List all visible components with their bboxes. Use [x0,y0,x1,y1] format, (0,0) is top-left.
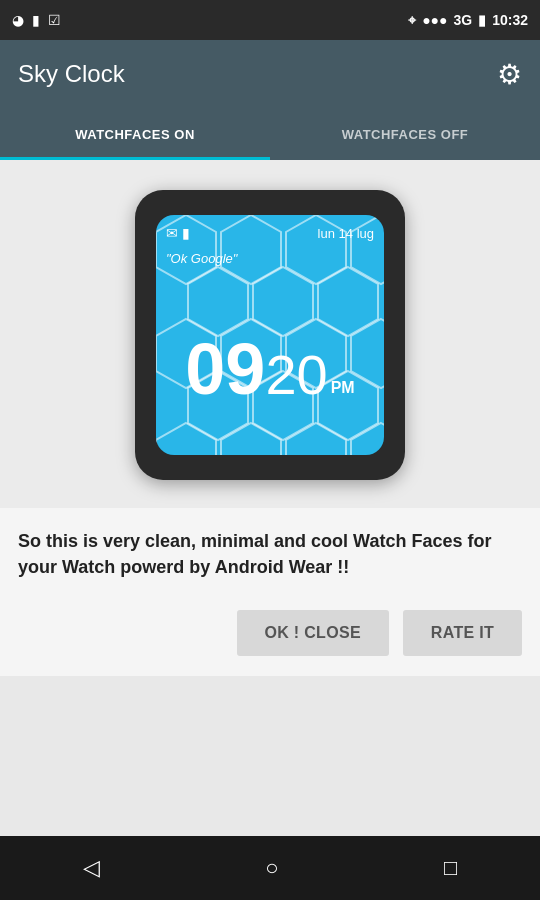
network-icon: 3G [454,12,473,28]
bluetooth-icon: ⌖ [408,12,416,29]
ok-google-text: "Ok Google" [166,251,237,266]
time-ampm: PM [331,379,355,397]
description-section: So this is very clean, minimal and cool … [0,508,540,598]
app-bar: Sky Clock ⚙ [0,40,540,108]
settings-icon[interactable]: ⚙ [497,58,522,91]
status-icons-right: ⌖ ●●● 3G ▮ 10:32 [408,12,528,29]
time-display: 10:32 [492,12,528,28]
watch-time: 09 20 PM [156,333,384,405]
tabs-container: WATCHFACES ON WATCHFACES OFF [0,108,540,160]
main-content: ✉ ▮ lun 14 lug "Ok Google" 09 20 PM So t… [0,160,540,676]
messenger-icon: ◕ [12,12,24,28]
status-icons-left: ◕ ▮ ☑ [12,12,61,28]
buttons-row: OK ! CLOSE RATE IT [0,598,540,676]
battery-icon: ▮ [478,12,486,28]
status-bar: ◕ ▮ ☑ ⌖ ●●● 3G ▮ 10:32 [0,0,540,40]
notification-icon: ✉ [166,225,178,241]
tab-watchfaces-off[interactable]: WATCHFACES OFF [270,108,540,160]
checkbox-icon: ☑ [48,12,61,28]
close-button[interactable]: OK ! CLOSE [237,610,389,656]
rate-button[interactable]: RATE IT [403,610,522,656]
home-button[interactable]: ○ [265,855,278,881]
watch-status-icons: ✉ ▮ [166,225,190,241]
layers-icon: ▮ [32,12,40,28]
time-minute: 20 [265,347,327,403]
time-hour: 09 [185,333,265,405]
watch-date: lun 14 lug [318,226,374,241]
watch-screen: ✉ ▮ lun 14 lug "Ok Google" 09 20 PM [156,215,384,455]
watch-frame: ✉ ▮ lun 14 lug "Ok Google" 09 20 PM [135,190,405,480]
nav-bar: ◁ ○ □ [0,836,540,900]
recent-button[interactable]: □ [444,855,457,881]
battery-watch-icon: ▮ [182,225,190,241]
description-text: So this is very clean, minimal and cool … [18,528,522,580]
signal-icon: ●●● [422,12,447,28]
tab-watchfaces-on[interactable]: WATCHFACES ON [0,108,270,160]
watch-top-row: ✉ ▮ lun 14 lug [166,225,374,241]
app-title: Sky Clock [18,60,125,88]
back-button[interactable]: ◁ [83,855,100,881]
